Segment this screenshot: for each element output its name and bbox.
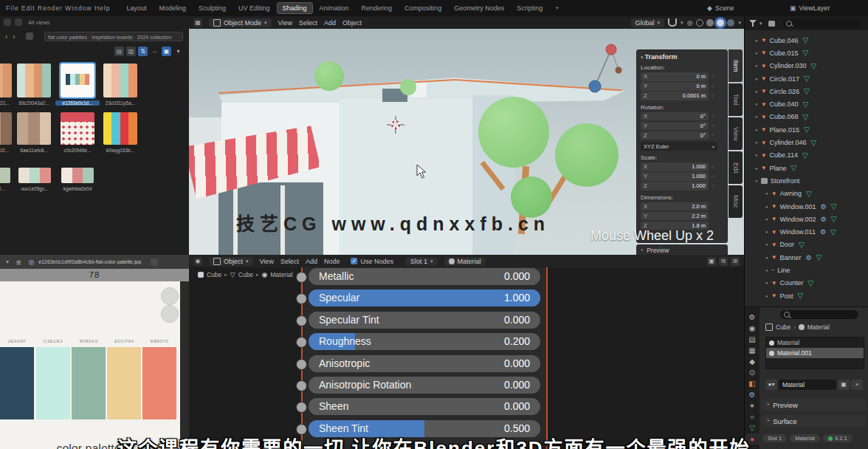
- scene-selector[interactable]: ◆ Scene: [707, 0, 734, 16]
- object-name[interactable]: Line: [777, 267, 790, 274]
- outliner-row-window-001[interactable]: ●▼Window.001⚙▽: [745, 200, 868, 213]
- lock-icon[interactable]: ○: [712, 184, 714, 188]
- file-thumbnail[interactable]: [61, 168, 94, 183]
- mesh-data-icon[interactable]: ▽: [803, 49, 809, 57]
- node-input-socket[interactable]: [296, 380, 307, 391]
- workspace-tab-uv-editing[interactable]: UV Editing: [232, 2, 276, 14]
- speaker-icon[interactable]: [151, 258, 158, 266]
- viewport-scene[interactable]: 技艺CG www.qdnxxfb.cn Mouse Wheel Up x 2 ▾…: [189, 29, 744, 255]
- viewport-menu-select[interactable]: Select: [299, 19, 317, 27]
- axis-field[interactable]: Y2.2 m: [641, 212, 709, 221]
- outliner-row-post[interactable]: ●▼Post▽: [745, 289, 868, 302]
- proportional-edit-icon[interactable]: ◎: [687, 19, 693, 27]
- shader-menu-add[interactable]: Add: [306, 258, 317, 265]
- menu-icon[interactable]: ≡: [16, 258, 21, 267]
- lock-icon[interactable]: ○: [712, 84, 714, 89]
- mesh-data-icon[interactable]: ▽: [803, 113, 809, 121]
- snap-magnet-icon[interactable]: [668, 18, 677, 27]
- properties-search[interactable]: [780, 310, 858, 319]
- solid-shading-icon[interactable]: [706, 19, 714, 27]
- n-panel-tab-item[interactable]: Item: [728, 49, 743, 82]
- chevron-down-icon[interactable]: ▾: [681, 20, 683, 26]
- outliner-row-cube-015[interactable]: ●▼Cube.015▽: [745, 47, 868, 59]
- workspace-tab-sculpting[interactable]: Sculpting: [193, 2, 232, 14]
- editor-type-icon[interactable]: ◉: [193, 257, 202, 266]
- axis-field[interactable]: Y0°: [641, 122, 709, 131]
- preview-panel-header[interactable]: ‣ Preview: [762, 399, 866, 411]
- mesh-data-icon[interactable]: ▽: [816, 253, 822, 261]
- workspace-tab-compositing[interactable]: Compositing: [399, 2, 447, 14]
- object-name[interactable]: Cube.046: [770, 37, 799, 44]
- object-name[interactable]: Circle.026: [770, 88, 800, 95]
- properties-tab-particles[interactable]: ✶: [745, 400, 760, 411]
- mesh-data-icon[interactable]: ▽: [804, 75, 810, 83]
- axis-field[interactable]: Y1.000: [641, 172, 709, 181]
- outliner-row-cube-114[interactable]: ●▼Cube.114▽: [745, 149, 868, 162]
- mesh-data-icon[interactable]: ▽: [799, 241, 805, 249]
- modifier-icon[interactable]: ⚙: [821, 203, 827, 210]
- properties-tab-render[interactable]: ◉: [745, 323, 760, 334]
- workspace-tab-layout[interactable]: Layout: [120, 2, 152, 14]
- outliner-row-line[interactable]: ●~Line: [745, 264, 868, 276]
- object-name[interactable]: Awning: [780, 190, 802, 197]
- slider-anisotropic[interactable]: Anisotropic0.000: [309, 355, 540, 372]
- object-name[interactable]: Counter: [780, 279, 804, 287]
- outliner-row-cube-068[interactable]: ●▼Cube.068▽: [745, 111, 868, 123]
- n-panel-tab-edit[interactable]: Edit: [728, 151, 743, 184]
- axis-field[interactable]: X2.0 m: [641, 202, 709, 211]
- file-thumbnail[interactable]: [61, 64, 94, 97]
- mesh-data-icon[interactable]: ▽: [831, 202, 837, 210]
- mesh-data-icon[interactable]: ▽: [808, 279, 814, 287]
- node-input-socket[interactable]: [296, 272, 307, 283]
- object-name[interactable]: Window.002: [780, 216, 816, 223]
- viewer-overlay-button-1[interactable]: [161, 287, 179, 305]
- axis-field[interactable]: Z0.0001 m: [641, 92, 709, 100]
- slider-sheen[interactable]: Sheen0.000: [309, 398, 540, 415]
- wireframe-shading-icon[interactable]: [696, 19, 703, 27]
- outliner-row-storefront[interactable]: ●Storefront: [745, 174, 868, 187]
- mesh-data-icon[interactable]: ▽: [830, 228, 836, 236]
- mesh-data-icon[interactable]: ▽: [802, 151, 808, 160]
- outliner-row-circle-017[interactable]: ●▼Circle.017▽: [745, 72, 868, 85]
- breadcrumb-material[interactable]: Material: [270, 271, 292, 278]
- slot-selector[interactable]: Slot 1 ▾: [406, 257, 438, 266]
- outliner-row-awning[interactable]: ●▼Awning▽: [745, 188, 868, 200]
- properties-tab-view-layer[interactable]: ▦: [745, 345, 760, 356]
- outliner-row-window-002[interactable]: ●▼Window.002⚙▽: [745, 213, 868, 225]
- workspace-tab-geometry-nodes[interactable]: Geometry Nodes: [448, 2, 510, 14]
- fake-user-button[interactable]: ▣: [838, 380, 850, 390]
- workspace-tab-scripting[interactable]: Scripting: [511, 2, 548, 14]
- axis-field[interactable]: Z0°: [641, 131, 709, 140]
- axis-field[interactable]: Z1.000: [641, 182, 709, 191]
- file-thumbnail[interactable]: [0, 168, 10, 183]
- surface-panel-header[interactable]: ‣ Surface: [762, 415, 866, 427]
- axis-gizmo[interactable]: [588, 41, 624, 95]
- shader-menu-view[interactable]: View: [260, 258, 274, 265]
- axis-field[interactable]: X0 m: [641, 72, 709, 81]
- material-slot-list[interactable]: MaterialMaterial.001: [765, 337, 864, 369]
- properties-tab-object[interactable]: ◧: [745, 378, 760, 389]
- n-panel-tab-misc[interactable]: Misc: [728, 185, 743, 218]
- editor-type-icon[interactable]: ▦: [193, 18, 202, 27]
- slider-specular-tint[interactable]: Specular Tint0.000: [309, 312, 540, 329]
- viewer-caret-icon[interactable]: ▾: [6, 258, 9, 265]
- display-mode-icon[interactable]: [768, 21, 775, 27]
- axis-field[interactable]: Y0 m: [641, 82, 709, 91]
- object-name[interactable]: Banner: [780, 254, 802, 261]
- lock-icon[interactable]: ○: [712, 133, 714, 137]
- modifier-icon[interactable]: ⚙: [820, 228, 826, 236]
- mesh-data-icon[interactable]: ▽: [804, 87, 810, 95]
- outliner-row-cylinder-046[interactable]: ●▼Cylinder.046▽: [745, 136, 868, 148]
- breadcrumb-material[interactable]: Material: [807, 323, 830, 331]
- orientation-selector[interactable]: Global ▾: [631, 18, 665, 27]
- outliner-row-plane-015[interactable]: ●▼Plane.015▽: [745, 123, 868, 136]
- lock-icon[interactable]: ○: [712, 174, 714, 179]
- lock-icon[interactable]: ○: [712, 75, 714, 79]
- object-name[interactable]: Cube.114: [770, 151, 798, 159]
- mesh-data-icon[interactable]: ▽: [806, 190, 812, 198]
- mesh-data-icon[interactable]: ▽: [803, 100, 809, 109]
- file-thumbnail[interactable]: [103, 112, 137, 145]
- outliner-row-cylinder-030[interactable]: ●▼Cylinder.030▽: [745, 60, 868, 72]
- mesh-data-icon[interactable]: ▽: [803, 36, 809, 44]
- rendered-shading-icon[interactable]: [727, 19, 734, 27]
